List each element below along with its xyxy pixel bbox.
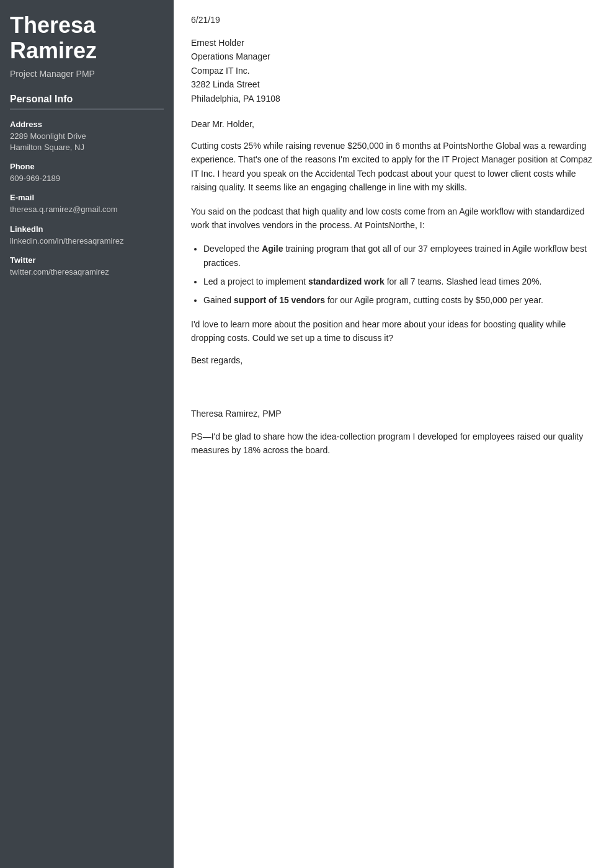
bullet-item-1: Developed the Agile training program tha… [203,242,597,270]
bullet3-bold: support of 15 vendors [234,295,325,305]
bullet2-post: for all 7 teams. Slashed lead times 20%. [385,277,542,286]
bullet3-pre: Gained [203,295,234,305]
email-block: E-mail theresa.q.ramirez@gmail.com [10,193,164,215]
email-value: theresa.q.ramirez@gmail.com [10,204,164,215]
salutation: Dear Mr. Holder, [191,119,597,129]
phone-value: 609-969-2189 [10,173,164,184]
address-block: Address 2289 Moonlight Drive Hamilton Sq… [10,120,164,153]
signature-name: Theresa Ramirez, PMP [191,409,597,418]
recipient-company: Compaz IT Inc. [191,64,597,78]
bullet2-bold: standardized work [308,277,385,286]
phone-label: Phone [10,162,164,171]
paragraph-1: Cutting costs 25% while raising revenue … [191,139,597,195]
linkedin-label: LinkedIn [10,224,164,234]
twitter-label: Twitter [10,255,164,265]
bullet-item-2: Led a project to implement standardized … [203,275,597,288]
twitter-block: Twitter twitter.com/theresaqramirez [10,255,164,278]
bullet1-pre: Developed the [203,244,262,254]
address-line1: 2289 Moonlight Drive [10,131,164,142]
candidate-name: Theresa Ramirez [10,12,164,64]
closing: Best regards, [191,355,597,365]
main-content: 6/21/19 Ernest Holder Operations Manager… [174,0,614,868]
bullet2-pre: Led a project to implement [203,277,308,286]
email-label: E-mail [10,193,164,202]
phone-block: Phone 609-969-2189 [10,162,164,184]
bullet1-bold: Agile [262,244,283,254]
candidate-title: Project Manager PMP [10,69,164,79]
sidebar: Theresa Ramirez Project Manager PMP Pers… [0,0,174,868]
bullet-item-3: Gained support of 15 vendors for our Agi… [203,293,597,307]
linkedin-block: LinkedIn linkedin.com/in/theresaqramirez [10,224,164,247]
recipient-block: Ernest Holder Operations Manager Compaz … [191,36,597,105]
personal-info-heading: Personal Info [10,94,164,110]
paragraph-2-intro: You said on the podcast that high qualit… [191,205,597,232]
bullet-list: Developed the Agile training program tha… [203,242,597,308]
paragraph-3: I'd love to learn more about the positio… [191,317,597,345]
address-label: Address [10,120,164,129]
recipient-name: Ernest Holder [191,36,597,50]
recipient-address: 3282 Linda Street [191,78,597,91]
linkedin-value: linkedin.com/in/theresaqramirez [10,236,164,247]
letter-date: 6/21/19 [191,15,597,25]
bullet3-post: for our Agile program, cutting costs by … [325,295,543,305]
twitter-value: twitter.com/theresaqramirez [10,267,164,278]
recipient-city: Philadelphia, PA 19108 [191,92,597,105]
address-line2: Hamilton Square, NJ [10,142,164,153]
ps-text: PS—I'd be glad to share how the idea-col… [191,430,597,458]
recipient-title: Operations Manager [191,50,597,63]
